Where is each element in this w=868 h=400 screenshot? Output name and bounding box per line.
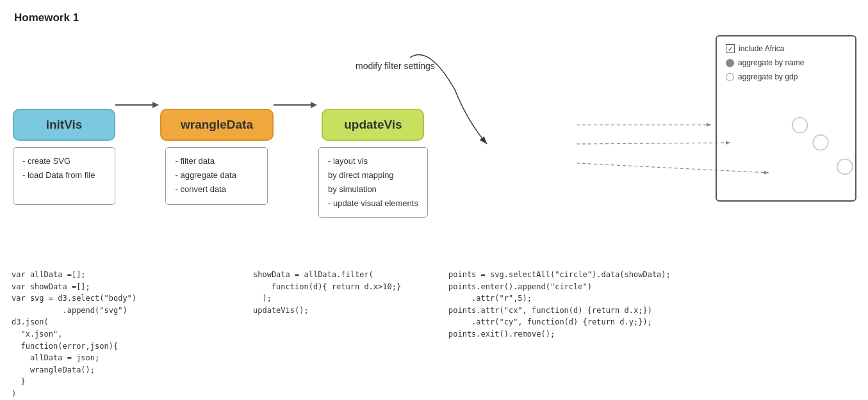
svg-marker-2: [152, 102, 159, 108]
updatevis-description: - layout vis by direct mapping by simula…: [318, 147, 428, 218]
ui-panel-item-africa[interactable]: ✓ include Africa: [726, 44, 846, 53]
wrangledata-desc-line1: - filter data: [175, 154, 258, 168]
svg-point-6: [813, 135, 828, 150]
updatevis-desc-line3: by simulation: [328, 182, 418, 196]
radio-bygdp[interactable]: [726, 73, 734, 81]
ui-panel-item-byname[interactable]: aggregate by name: [726, 58, 846, 67]
radio-byname-label: aggregate by name: [738, 58, 804, 67]
initvis-desc-line2: - load Data from file: [22, 168, 106, 182]
checkbox-africa-label: include Africa: [739, 44, 784, 53]
radio-byname[interactable]: [726, 59, 734, 67]
updatevis-desc-line2: by direct mapping: [328, 168, 418, 182]
code-wrangledata: showData = allData.filter( function(d){ …: [253, 269, 401, 316]
arrow-1: [115, 86, 160, 109]
flow-node-wrangledata: wrangleData - filter data - aggregate da…: [160, 109, 274, 205]
page-title: Homework 1: [14, 12, 79, 24]
initvis-box[interactable]: initVis: [13, 109, 115, 141]
code-initvis: var allData =[]; var showData =[]; var s…: [12, 269, 136, 400]
flow-container: initVis - create SVG - load Data from fi…: [13, 109, 428, 218]
wrangledata-desc-line2: - aggregate data: [175, 168, 258, 182]
ui-panel-item-bygdp[interactable]: aggregate by gdp: [726, 72, 846, 81]
updatevis-box[interactable]: updateVis: [322, 109, 424, 141]
code-updatevis: points = svg.selectAll("circle").data(sh…: [448, 269, 671, 340]
vis-circles-svg: [717, 104, 855, 188]
svg-line-10: [577, 143, 730, 144]
flow-node-initvis: initVis - create SVG - load Data from fi…: [13, 109, 115, 205]
flow-node-updatevis: updateVis - layout vis by direct mapping…: [318, 109, 428, 218]
updatevis-desc-line1: - layout vis: [328, 154, 418, 168]
svg-marker-4: [311, 102, 317, 108]
wrangledata-box[interactable]: wrangleData: [160, 109, 274, 141]
ui-panel: ✓ include Africa aggregate by name aggre…: [716, 35, 856, 202]
wrangledata-desc-line3: - convert data: [175, 182, 258, 196]
arrow-2: [274, 86, 318, 109]
wrangledata-description: - filter data - aggregate data - convert…: [165, 147, 268, 205]
initvis-description: - create SVG - load Data from file: [13, 147, 115, 205]
annotation-label: modify filter settings: [356, 61, 435, 71]
svg-point-5: [792, 118, 808, 133]
svg-point-7: [837, 159, 853, 175]
updatevis-desc-line4: - update visual elements: [328, 196, 418, 211]
initvis-desc-line1: - create SVG: [22, 154, 106, 168]
checkbox-africa[interactable]: ✓: [726, 44, 735, 53]
radio-bygdp-label: aggregate by gdp: [738, 72, 798, 81]
